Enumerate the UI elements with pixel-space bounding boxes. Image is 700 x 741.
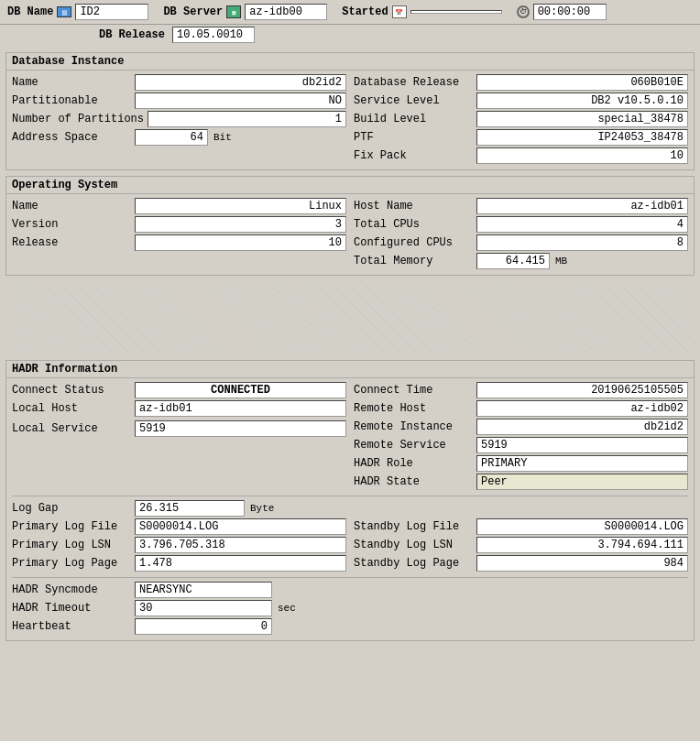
db-instance-left: Name db2id2 Partitionable NO Number of P… — [12, 74, 346, 166]
service-level-value: DB2 v10.5.0.10 — [476, 93, 688, 109]
ptf-value: IP24053_38478 — [476, 129, 688, 146]
fix-pack-value: 10 — [476, 147, 688, 164]
os-name-label: Name — [12, 200, 131, 212]
top-bar: DB Name ▤ ID2 DB Server ▦ az-idb00 Start… — [0, 0, 700, 25]
num-partitions-row: Number of Partitions 1 — [12, 111, 346, 127]
calendar-icon: 📅 — [392, 5, 407, 18]
primary-log-lsn-label: Primary Log LSN — [12, 539, 131, 551]
standby-log-page-row: Standby Log Page 984 — [354, 555, 688, 572]
primary-log-page-value: 1.478 — [135, 555, 346, 572]
remote-service-value: 5919 — [476, 437, 688, 453]
operating-system-section: Operating System Name Linux Version 3 Re… — [5, 176, 695, 276]
standby-log-file-label: Standby Log File — [354, 520, 473, 533]
os-grid: Name Linux Version 3 Release 10 Host Nam… — [12, 198, 688, 271]
address-space-label: Address Space — [12, 131, 131, 144]
hadr-syncmode-value: NEARSYNC — [135, 582, 272, 598]
partitionable-row: Partitionable NO — [12, 93, 346, 109]
os-name-value: Linux — [135, 198, 346, 214]
ptf-label: PTF — [354, 131, 473, 144]
hadr-timeout-label: HADR Timeout — [12, 602, 131, 615]
log-right: Standby Log File S0000014.LOG Standby Lo… — [354, 518, 688, 573]
remote-instance-label: Remote Instance — [354, 420, 473, 433]
configured-cpus-value: 8 — [476, 234, 688, 251]
os-name-row: Name Linux — [12, 198, 346, 214]
host-name-label: Host Name — [354, 200, 473, 212]
connect-status-value: CONNECTED — [135, 382, 346, 398]
os-release-label: Release — [12, 236, 131, 249]
os-version-value: 3 — [135, 216, 346, 233]
remote-host-row: Remote Host az-idb02 — [354, 400, 688, 417]
clock-icon: ⏱ — [517, 5, 530, 18]
started-time-value[interactable]: 00:00:00 — [533, 4, 607, 20]
db-release-row: Database Release 060B010E — [354, 74, 688, 91]
hadr-role-label: HADR Role — [354, 457, 473, 470]
connect-time-row: Connect Time 20190625105505 — [354, 382, 688, 398]
standby-log-lsn-value: 3.794.694.111 — [476, 537, 688, 553]
host-name-value: az-idb01 — [476, 198, 688, 214]
primary-log-file-label: Primary Log File — [12, 520, 131, 533]
remote-host-value: az-idb02 — [476, 400, 688, 417]
num-partitions-label: Number of Partitions — [12, 113, 144, 125]
heartbeat-row: Heartbeat 0 — [12, 618, 688, 635]
db-server-value[interactable]: az-idb00 — [245, 4, 327, 20]
configured-cpus-label: Configured CPUs — [354, 236, 473, 249]
service-level-label: Service Level — [354, 94, 473, 107]
database-instance-content: Name db2id2 Partitionable NO Number of P… — [6, 71, 694, 169]
address-space-value: 64 — [135, 129, 208, 146]
fix-pack-label: Fix Pack — [354, 149, 473, 162]
total-memory-row: Total Memory 64.415 MB — [354, 253, 688, 269]
standby-log-file-row: Standby Log File S0000014.LOG — [354, 518, 688, 535]
server-icon: ▦ — [226, 5, 241, 18]
primary-log-file-value: S0000014.LOG — [135, 518, 346, 535]
hadr-content: Connect Status CONNECTED Local Host az-i… — [6, 378, 694, 640]
local-service-label: Local Service — [12, 422, 131, 435]
hadr-left-top: Connect Status CONNECTED Local Host az-i… — [12, 382, 346, 492]
log-gap-value: 26.315 — [135, 500, 245, 517]
db-name-field: DB Name ▤ ID2 — [7, 4, 148, 20]
address-space-row: Address Space 64 Bit — [12, 129, 346, 146]
hadr-state-label: HADR State — [354, 475, 473, 488]
connect-status-label: Connect Status — [12, 384, 131, 397]
hadr-timeout-row: HADR Timeout 30 sec — [12, 600, 688, 616]
database-instance-section: Database Instance Name db2id2 Partitiona… — [5, 52, 695, 170]
hadr-role-row: HADR Role PRIMARY — [354, 455, 688, 472]
db-name-value[interactable]: ID2 — [75, 4, 148, 20]
remote-host-label: Remote Host — [354, 402, 473, 415]
primary-log-file-row: Primary Log File S0000014.LOG — [12, 518, 346, 535]
total-cpus-value: 4 — [476, 216, 688, 233]
local-host-label: Local Host — [12, 402, 131, 415]
heartbeat-value: 0 — [135, 618, 272, 635]
host-name-row: Host Name az-idb01 — [354, 198, 688, 214]
time-field: ⏱ 00:00:00 — [517, 4, 607, 20]
hadr-divider — [12, 496, 688, 496]
local-host-value: az-idb01 — [135, 400, 346, 417]
started-date-value[interactable] — [410, 10, 502, 14]
remote-service-row: Remote Service 5919 — [354, 437, 688, 453]
name-value: db2id2 — [135, 74, 346, 91]
connect-status-row: Connect Status CONNECTED — [12, 382, 346, 398]
started-field: Started 📅 — [342, 5, 501, 18]
db-icon: ▤ — [57, 6, 71, 17]
database-instance-header: Database Instance — [6, 53, 694, 71]
fix-pack-row: Fix Pack 10 — [354, 147, 688, 164]
os-version-row: Version 3 — [12, 216, 346, 233]
log-gap-suffix: Byte — [250, 503, 274, 514]
os-release-value: 10 — [135, 234, 346, 251]
hadr-timeout-value: 30 — [135, 600, 272, 616]
build-level-value: special_38478 — [476, 111, 688, 127]
os-right: Host Name az-idb01 Total CPUs 4 Configur… — [354, 198, 688, 271]
remote-instance-value: db2id2 — [476, 419, 688, 435]
primary-log-lsn-row: Primary Log LSN 3.796.705.318 — [12, 537, 346, 553]
db-release-value[interactable]: 10.05.0010 — [172, 27, 255, 43]
remote-instance-row: Remote Instance db2id2 — [354, 419, 688, 435]
standby-log-page-label: Standby Log Page — [354, 557, 473, 570]
partitionable-value: NO — [135, 93, 346, 109]
heartbeat-label: Heartbeat — [12, 620, 131, 633]
address-space-suffix: Bit — [213, 132, 232, 143]
hadr-syncmode-label: HADR Syncmode — [12, 583, 131, 596]
db-release-r-label: Database Release — [354, 76, 473, 89]
local-service-value: 5919 — [135, 420, 346, 437]
second-row: DB Release 10.05.0010 — [0, 25, 700, 47]
name-label: Name — [12, 76, 131, 89]
hadr-syncmode-row: HADR Syncmode NEARSYNC — [12, 582, 688, 598]
